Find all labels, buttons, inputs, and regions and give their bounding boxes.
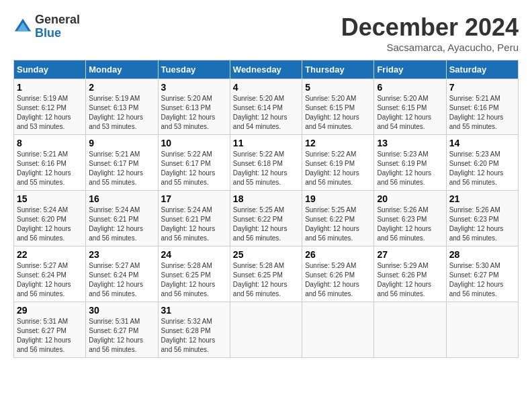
day-info: Sunrise: 5:25 AMSunset: 6:22 PMDaylight:… <box>305 206 359 242</box>
day-info: Sunrise: 5:29 AMSunset: 6:26 PMDaylight:… <box>305 262 359 298</box>
calendar-cell: 5 Sunrise: 5:20 AMSunset: 6:15 PMDayligh… <box>302 79 374 135</box>
logo: General Blue <box>13 13 80 40</box>
dow-cell: Tuesday <box>158 60 230 79</box>
calendar-cell: 1 Sunrise: 5:19 AMSunset: 6:12 PMDayligh… <box>14 79 86 135</box>
calendar-table: SundayMondayTuesdayWednesdayThursdayFrid… <box>13 60 519 358</box>
day-number: 20 <box>377 193 443 204</box>
calendar-cell: 3 Sunrise: 5:20 AMSunset: 6:13 PMDayligh… <box>158 79 230 135</box>
day-info: Sunrise: 5:22 AMSunset: 6:18 PMDaylight:… <box>233 150 287 186</box>
calendar-cell: 24 Sunrise: 5:28 AMSunset: 6:25 PMDaylig… <box>158 246 230 302</box>
calendar-cell: 28 Sunrise: 5:30 AMSunset: 6:27 PMDaylig… <box>446 246 518 302</box>
calendar-cell: 16 Sunrise: 5:24 AMSunset: 6:21 PMDaylig… <box>86 191 158 246</box>
dow-cell: Saturday <box>446 60 518 79</box>
calendar-cell: 19 Sunrise: 5:25 AMSunset: 6:22 PMDaylig… <box>302 191 374 246</box>
day-info: Sunrise: 5:25 AMSunset: 6:22 PMDaylight:… <box>233 206 287 242</box>
month-title: December 2024 <box>341 13 519 42</box>
calendar-cell: 9 Sunrise: 5:21 AMSunset: 6:17 PMDayligh… <box>86 135 158 191</box>
day-info: Sunrise: 5:32 AMSunset: 6:28 PMDaylight:… <box>161 318 216 353</box>
dow-cell: Friday <box>374 60 446 79</box>
calendar-cell <box>446 302 518 358</box>
day-info: Sunrise: 5:24 AMSunset: 6:21 PMDaylight:… <box>89 206 143 242</box>
day-info: Sunrise: 5:27 AMSunset: 6:24 PMDaylight:… <box>17 262 71 298</box>
calendar-cell: 11 Sunrise: 5:22 AMSunset: 6:18 PMDaylig… <box>230 135 302 191</box>
day-number: 18 <box>233 193 299 204</box>
day-info: Sunrise: 5:28 AMSunset: 6:25 PMDaylight:… <box>161 262 216 298</box>
day-number: 10 <box>161 138 227 148</box>
calendar-cell: 4 Sunrise: 5:20 AMSunset: 6:14 PMDayligh… <box>230 79 302 135</box>
day-info: Sunrise: 5:27 AMSunset: 6:24 PMDaylight:… <box>89 262 143 298</box>
calendar-cell: 18 Sunrise: 5:25 AMSunset: 6:22 PMDaylig… <box>230 191 302 246</box>
day-info: Sunrise: 5:26 AMSunset: 6:23 PMDaylight:… <box>449 206 504 242</box>
calendar-cell: 10 Sunrise: 5:22 AMSunset: 6:17 PMDaylig… <box>158 135 230 191</box>
day-number: 4 <box>233 82 299 93</box>
day-info: Sunrise: 5:22 AMSunset: 6:17 PMDaylight:… <box>161 150 216 186</box>
day-info: Sunrise: 5:22 AMSunset: 6:19 PMDaylight:… <box>305 150 359 186</box>
day-number: 8 <box>17 138 83 148</box>
day-number: 3 <box>161 82 227 93</box>
calendar-cell: 14 Sunrise: 5:23 AMSunset: 6:20 PMDaylig… <box>446 135 518 191</box>
calendar-week-row: 8 Sunrise: 5:21 AMSunset: 6:16 PMDayligh… <box>14 135 519 191</box>
day-info: Sunrise: 5:24 AMSunset: 6:20 PMDaylight:… <box>17 206 71 242</box>
day-info: Sunrise: 5:20 AMSunset: 6:13 PMDaylight:… <box>161 95 216 130</box>
dow-cell: Sunday <box>14 60 86 79</box>
day-number: 31 <box>161 305 227 316</box>
calendar-cell <box>230 302 302 358</box>
calendar-cell: 13 Sunrise: 5:23 AMSunset: 6:19 PMDaylig… <box>374 135 446 191</box>
calendar-cell <box>302 302 374 358</box>
day-number: 26 <box>305 249 371 260</box>
day-info: Sunrise: 5:29 AMSunset: 6:26 PMDaylight:… <box>377 262 431 298</box>
day-number: 23 <box>89 249 154 260</box>
day-info: Sunrise: 5:20 AMSunset: 6:15 PMDaylight:… <box>377 95 431 130</box>
dow-cell: Monday <box>86 60 158 79</box>
calendar-cell: 17 Sunrise: 5:24 AMSunset: 6:21 PMDaylig… <box>158 191 230 246</box>
calendar-week-row: 29 Sunrise: 5:31 AMSunset: 6:27 PMDaylig… <box>14 302 519 358</box>
day-number: 30 <box>89 305 154 316</box>
calendar-cell: 30 Sunrise: 5:31 AMSunset: 6:27 PMDaylig… <box>86 302 158 358</box>
day-number: 22 <box>17 249 83 260</box>
day-number: 11 <box>233 138 299 148</box>
calendar-week-row: 22 Sunrise: 5:27 AMSunset: 6:24 PMDaylig… <box>14 246 519 302</box>
calendar-week-row: 1 Sunrise: 5:19 AMSunset: 6:12 PMDayligh… <box>14 79 519 135</box>
logo-blue: Blue <box>35 27 80 40</box>
calendar-cell: 20 Sunrise: 5:26 AMSunset: 6:23 PMDaylig… <box>374 191 446 246</box>
day-info: Sunrise: 5:23 AMSunset: 6:20 PMDaylight:… <box>449 150 504 186</box>
day-number: 15 <box>17 193 83 204</box>
calendar-cell: 29 Sunrise: 5:31 AMSunset: 6:27 PMDaylig… <box>14 302 86 358</box>
day-number: 14 <box>449 138 515 148</box>
calendar-cell: 15 Sunrise: 5:24 AMSunset: 6:20 PMDaylig… <box>14 191 86 246</box>
day-info: Sunrise: 5:28 AMSunset: 6:25 PMDaylight:… <box>233 262 287 298</box>
day-number: 19 <box>305 193 371 204</box>
calendar-body: 1 Sunrise: 5:19 AMSunset: 6:12 PMDayligh… <box>14 79 519 358</box>
calendar-cell: 25 Sunrise: 5:28 AMSunset: 6:25 PMDaylig… <box>230 246 302 302</box>
logo-general: General <box>35 13 80 27</box>
day-of-week-header: SundayMondayTuesdayWednesdayThursdayFrid… <box>14 60 519 79</box>
day-number: 27 <box>377 249 443 260</box>
day-number: 25 <box>233 249 299 260</box>
day-info: Sunrise: 5:30 AMSunset: 6:27 PMDaylight:… <box>449 262 504 298</box>
calendar-cell: 8 Sunrise: 5:21 AMSunset: 6:16 PMDayligh… <box>14 135 86 191</box>
calendar-cell: 22 Sunrise: 5:27 AMSunset: 6:24 PMDaylig… <box>14 246 86 302</box>
calendar-cell: 6 Sunrise: 5:20 AMSunset: 6:15 PMDayligh… <box>374 79 446 135</box>
title-block: December 2024 Sacsamarca, Ayacucho, Peru <box>341 13 519 53</box>
day-number: 13 <box>377 138 443 148</box>
day-info: Sunrise: 5:21 AMSunset: 6:16 PMDaylight:… <box>449 95 504 130</box>
day-info: Sunrise: 5:24 AMSunset: 6:21 PMDaylight:… <box>161 206 216 242</box>
calendar-week-row: 15 Sunrise: 5:24 AMSunset: 6:20 PMDaylig… <box>14 191 519 246</box>
day-info: Sunrise: 5:20 AMSunset: 6:15 PMDaylight:… <box>305 95 359 130</box>
day-info: Sunrise: 5:19 AMSunset: 6:12 PMDaylight:… <box>17 95 71 130</box>
calendar-cell <box>374 302 446 358</box>
calendar-cell: 26 Sunrise: 5:29 AMSunset: 6:26 PMDaylig… <box>302 246 374 302</box>
day-info: Sunrise: 5:26 AMSunset: 6:23 PMDaylight:… <box>377 206 431 242</box>
logo-icon <box>13 17 32 36</box>
page-header: General Blue December 2024 Sacsamarca, A… <box>13 13 519 53</box>
dow-cell: Thursday <box>302 60 374 79</box>
day-info: Sunrise: 5:31 AMSunset: 6:27 PMDaylight:… <box>89 318 143 353</box>
day-info: Sunrise: 5:23 AMSunset: 6:19 PMDaylight:… <box>377 150 431 186</box>
day-info: Sunrise: 5:19 AMSunset: 6:13 PMDaylight:… <box>89 95 143 130</box>
day-number: 9 <box>89 138 154 148</box>
day-number: 2 <box>89 82 154 93</box>
day-number: 29 <box>17 305 83 316</box>
dow-cell: Wednesday <box>230 60 302 79</box>
day-info: Sunrise: 5:21 AMSunset: 6:17 PMDaylight:… <box>89 150 143 186</box>
day-number: 5 <box>305 82 371 93</box>
